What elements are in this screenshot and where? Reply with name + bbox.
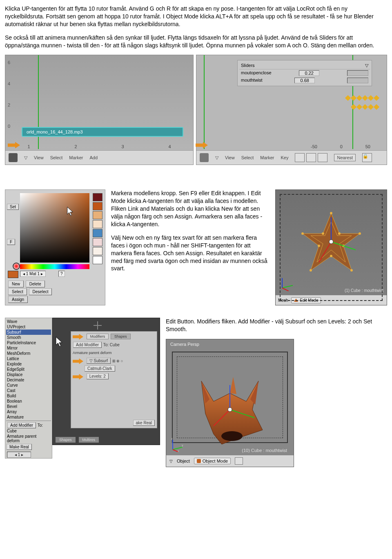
- list-item[interactable]: Build: [6, 393, 51, 399]
- paragraph-3: Markera modellens kropp. Sen F9 eller Ed…: [111, 189, 270, 228]
- dopesheet-icon[interactable]: [200, 153, 209, 162]
- updown-icon[interactable]: [295, 153, 305, 162]
- list-item[interactable]: EdgeSplit: [6, 367, 51, 372]
- list-item[interactable]: Lattice: [6, 356, 51, 361]
- modifier-stack-panel: Modifiers Shapes Add Modifier To: Cube A…: [52, 318, 160, 445]
- menu-marker[interactable]: Marker: [260, 155, 274, 160]
- slider-mouthtwist-value[interactable]: 0.68: [294, 78, 315, 83]
- f-button[interactable]: F: [7, 239, 15, 245]
- svg-point-21: [221, 431, 243, 441]
- audio-strip[interactable]: orld_mono_16_44_128.mp3: [22, 127, 183, 137]
- slider-track[interactable]: [347, 70, 368, 76]
- material-name-field[interactable]: ◂ 1 Mat 1 ▸: [20, 271, 46, 277]
- modifiers-section: Wave UVProject Subsurf Smooth ParticleIn…: [5, 318, 387, 467]
- to-cube-label: To: Cube: [103, 343, 120, 347]
- help-button[interactable]: ?: [58, 271, 65, 277]
- menu-add[interactable]: Add: [89, 155, 98, 160]
- list-item[interactable]: Boolean: [6, 399, 51, 404]
- material-buttons: New Delete Select Deselect Assign: [8, 280, 102, 303]
- slider-moutopenclose-value[interactable]: 0.22: [299, 70, 319, 76]
- mode-dropdown[interactable]: Edit Mode: [291, 297, 321, 303]
- hue-slider[interactable]: [20, 264, 89, 269]
- new-button[interactable]: New: [8, 281, 24, 287]
- list-item[interactable]: UVProject: [6, 324, 51, 330]
- svg-text:y: y: [182, 444, 183, 447]
- menu-key[interactable]: Key: [281, 155, 288, 160]
- make-real-button[interactable]: ake Real: [133, 420, 155, 426]
- camera-viewport[interactable]: Camera Persp: [166, 339, 294, 467]
- add-modifier-button[interactable]: Add Modifier: [73, 342, 102, 348]
- snap-mode-dropdown[interactable]: Nearest: [334, 154, 356, 161]
- collapse-icon[interactable]: ▽: [365, 63, 368, 68]
- menu-view[interactable]: View: [225, 155, 235, 160]
- svg-point-9: [318, 245, 320, 247]
- edit-mode-icon: [294, 298, 298, 302]
- y-axis-ticks: 6 4 2 0: [8, 60, 10, 145]
- svg-point-10: [301, 232, 304, 235]
- menu-select[interactable]: Select: [50, 155, 63, 160]
- levels-field[interactable]: Levels: 2: [87, 373, 109, 379]
- subsurf-modifier[interactable]: ▽ Subsurf: [87, 358, 111, 364]
- list-item[interactable]: Wave: [6, 319, 51, 324]
- make-real-button[interactable]: Make Real: [7, 444, 32, 450]
- list-item[interactable]: ParticleInstance: [6, 340, 51, 345]
- list-item[interactable]: Decimate: [6, 377, 51, 383]
- paragraph-4: Välj New och en ny färg tex svart för at…: [111, 234, 270, 272]
- sliders-title: Sliders: [241, 63, 255, 68]
- object-label: (10) Cube : mouthtwist: [242, 448, 287, 453]
- key-down-icon[interactable]: [306, 153, 316, 162]
- list-item[interactable]: Cast: [6, 388, 51, 393]
- menu-marker[interactable]: Marker: [69, 155, 83, 160]
- shading-icon[interactable]: [235, 457, 243, 465]
- list-item[interactable]: Curve: [6, 383, 51, 388]
- list-item[interactable]: Mirror: [6, 345, 51, 351]
- x-axis-ticks: -50 0 50: [196, 144, 387, 149]
- select-button[interactable]: Select: [8, 288, 27, 295]
- keyframe-diamonds[interactable]: [352, 105, 379, 109]
- color-gradient[interactable]: [20, 193, 89, 263]
- number-field[interactable]: ◂ 1 ▸: [7, 452, 31, 458]
- set-button[interactable]: Set: [7, 204, 19, 210]
- svg-point-6: [350, 269, 353, 272]
- color-swatches[interactable]: [93, 193, 102, 265]
- menu-object[interactable]: Object: [177, 459, 190, 463]
- hue-ring-icon[interactable]: [13, 263, 20, 270]
- shapes-tab[interactable]: Shapes: [56, 437, 76, 443]
- multires-tab[interactable]: Multires: [79, 437, 99, 443]
- key-up-icon[interactable]: [318, 153, 327, 162]
- lock-icon[interactable]: 🔒: [362, 153, 372, 162]
- menu-select[interactable]: Select: [241, 155, 254, 160]
- shapes-tab[interactable]: Shapes: [111, 334, 131, 339]
- slider-track[interactable]: [347, 78, 368, 83]
- modifiers-tab[interactable]: Modifiers: [87, 334, 109, 339]
- annotation-arrow-icon: [73, 359, 83, 364]
- edit-mode-viewport[interactable]: (1) Cube : mouthtwist Mesh Edit Mode: [275, 189, 387, 305]
- paragraph-5: Edit Button. Modifiers fliken. Add Modif…: [166, 318, 387, 333]
- mode-dropdown[interactable]: Object Mode: [194, 458, 231, 464]
- list-item[interactable]: Smooth: [6, 335, 51, 340]
- keyframe-diamonds[interactable]: [346, 96, 379, 100]
- add-modifier-button[interactable]: Add Modifier: [7, 422, 36, 428]
- materials-text: Markera modellens kropp. Sen F9 eller Ed…: [111, 189, 270, 305]
- svg-marker-0: [303, 213, 360, 270]
- list-item[interactable]: Bevel: [6, 404, 51, 409]
- catmull-clark-dropdown[interactable]: Catmull-Clark: [85, 365, 115, 372]
- list-item[interactable]: MeshDeform: [6, 351, 51, 356]
- armature-deform-label: Armature parent deform: [73, 351, 155, 355]
- list-item-selected[interactable]: Subsurf: [6, 330, 51, 335]
- menu-mesh[interactable]: Mesh: [278, 298, 288, 303]
- list-item[interactable]: Array: [6, 409, 51, 414]
- list-item[interactable]: Explode: [6, 361, 51, 367]
- delete-button[interactable]: Delete: [26, 281, 45, 287]
- annotation-arrow-icon: [73, 374, 83, 380]
- list-item[interactable]: Armature: [6, 414, 51, 420]
- materials-section: Set F ◂ 1 Mat 1 ▸ ? New Delete Select De…: [5, 189, 387, 305]
- sequencer-icon[interactable]: [9, 153, 18, 162]
- modifier-menu-list[interactable]: Wave UVProject Subsurf Smooth ParticleIn…: [5, 318, 52, 459]
- svg-point-11: [322, 232, 324, 235]
- list-item[interactable]: Displace: [6, 372, 51, 377]
- deselect-button[interactable]: Deselect: [29, 288, 52, 295]
- menu-view[interactable]: View: [34, 155, 44, 160]
- active-color-swatch[interactable]: [8, 271, 18, 278]
- assign-button[interactable]: Assign: [8, 296, 28, 303]
